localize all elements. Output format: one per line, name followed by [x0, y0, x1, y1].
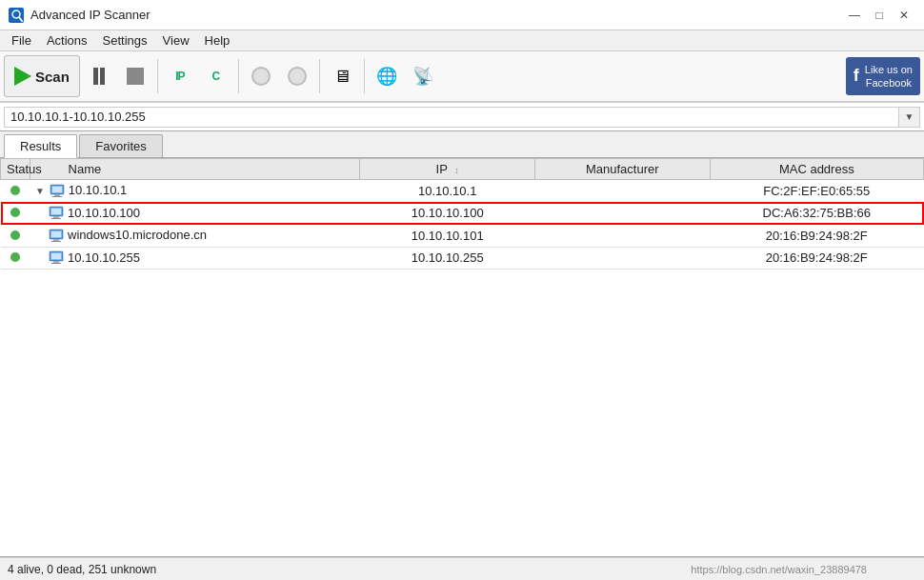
col-header-mac[interactable]: MAC address	[710, 159, 923, 180]
svg-rect-12	[51, 209, 61, 214]
ip-dropdown-button[interactable]: ▼	[899, 107, 920, 128]
svg-rect-20	[51, 263, 61, 264]
monitor-icon: 🖥	[333, 67, 351, 87]
close-button[interactable]: ✕	[892, 3, 916, 28]
toolbar-separator-3	[319, 59, 320, 93]
facebook-button[interactable]: f Like us on Facebook	[846, 57, 920, 95]
toolbar-separator-4	[364, 59, 365, 93]
cell-manufacturer	[534, 225, 710, 248]
table-header-row: Status Name IP ↕ Manufacturer MAC addres…	[1, 159, 924, 180]
cell-mac: 20:16:B9:24:98:2F	[710, 247, 923, 270]
stop-icon	[127, 68, 144, 85]
results-table: Status Name IP ↕ Manufacturer MAC addres…	[0, 158, 924, 270]
play-icon	[14, 67, 31, 86]
facebook-icon: f	[854, 65, 859, 87]
minimize-button[interactable]: —	[842, 3, 867, 28]
network2-icon: 📡	[412, 66, 433, 87]
menu-help[interactable]: Help	[197, 31, 238, 50]
facebook-label: Like us on Facebook	[865, 63, 913, 90]
expand-arrow[interactable]: ▼	[35, 186, 48, 196]
c-btn[interactable]: C	[199, 57, 233, 95]
svg-rect-10	[51, 218, 61, 219]
svg-rect-22	[51, 253, 61, 259]
results-table-container: Status Name IP ↕ Manufacturer MAC addres…	[0, 158, 924, 557]
stop-button[interactable]	[118, 57, 152, 95]
scan-label: Scan	[35, 69, 70, 85]
cell-status	[1, 225, 30, 248]
network-icon: 🌐	[376, 66, 397, 87]
table-body: ▼ 10.10.10.110.10.10.1FC:2F:EF:E0:65:55 …	[1, 180, 924, 270]
svg-rect-9	[53, 216, 59, 218]
pause-button[interactable]	[82, 57, 116, 95]
maximize-button[interactable]: □	[867, 3, 892, 28]
col-header-ip[interactable]: IP ↕	[360, 159, 535, 180]
table-row[interactable]: ▼ 10.10.10.110.10.10.1FC:2F:EF:E0:65:55	[1, 180, 924, 203]
status-dot	[10, 208, 20, 217]
ip-range-bar: 10.10.10.1-10.10.10.255 ▼	[0, 103, 924, 131]
svg-rect-17	[51, 231, 61, 237]
computer-icon	[50, 184, 65, 199]
circle-btn-1[interactable]	[244, 57, 278, 95]
circle-icon-2	[288, 67, 307, 86]
ip-range-input[interactable]: 10.10.10.1-10.10.10.255	[4, 107, 899, 128]
menu-settings[interactable]: Settings	[95, 31, 155, 50]
pause-icon	[93, 68, 105, 85]
status-text: 4 alive, 0 dead, 251 unknown	[8, 563, 156, 576]
cell-ip: 10.10.10.100	[360, 202, 535, 225]
menu-bar: File Actions Settings View Help	[0, 30, 924, 51]
status-dot	[10, 230, 20, 240]
network-btn-2[interactable]: 📡	[406, 57, 440, 95]
table-row[interactable]: windows10.microdone.cn10.10.10.10120:16:…	[1, 225, 924, 248]
cell-name: ▼ 10.10.10.1	[30, 180, 360, 203]
ip-btn[interactable]: IP	[163, 57, 197, 95]
sort-icon: ↕	[454, 166, 459, 175]
status-bar: 4 alive, 0 dead, 251 unknown https://blo…	[0, 557, 924, 580]
name-text: 10.10.10.100	[68, 206, 140, 220]
cell-manufacturer	[534, 180, 710, 203]
cell-ip: 10.10.10.1	[360, 180, 535, 203]
status-dot	[10, 186, 20, 195]
title-bar: Advanced IP Scanner — □ ✕	[0, 0, 924, 30]
table-row[interactable]: 10.10.10.25510.10.10.25520:16:B9:24:98:2…	[1, 247, 924, 270]
app-icon	[8, 7, 25, 24]
col-header-name[interactable]: Name	[30, 159, 360, 180]
monitor-btn[interactable]: 🖥	[325, 57, 359, 95]
ip-icon: IP	[175, 70, 184, 83]
cell-status	[1, 202, 30, 225]
toolbar-separator-2	[238, 59, 239, 93]
menu-view[interactable]: View	[155, 31, 197, 50]
cell-status	[1, 247, 30, 270]
computer-icon	[49, 206, 64, 221]
toolbar: Scan IP C 🖥 🌐 📡 f Like us on Facebook	[0, 51, 924, 103]
name-text: 10.10.10.255	[68, 250, 140, 265]
svg-rect-7	[52, 187, 62, 192]
watermark-text: https://blog.csdn.net/waxin_23889478	[691, 564, 867, 575]
svg-rect-19	[53, 261, 59, 263]
col-header-status[interactable]: Status	[1, 159, 30, 180]
circle-btn-2[interactable]	[280, 57, 314, 95]
menu-file[interactable]: File	[4, 31, 39, 50]
name-text: 10.10.10.1	[69, 183, 127, 197]
cell-name: 10.10.10.100	[30, 202, 360, 225]
computer-icon	[49, 229, 64, 244]
tab-favorites[interactable]: Favorites	[79, 134, 162, 157]
c-icon: C	[212, 70, 221, 83]
table-row[interactable]: 10.10.10.10010.10.10.100DC:A6:32:75:BB:6…	[1, 202, 924, 225]
network-btn[interactable]: 🌐	[370, 57, 404, 95]
cell-manufacturer	[534, 202, 710, 225]
tab-results[interactable]: Results	[4, 134, 77, 158]
circle-icon-1	[251, 67, 271, 86]
toolbar-separator-1	[157, 59, 158, 93]
scan-button[interactable]: Scan	[4, 55, 80, 97]
window-title: Advanced IP Scanner	[30, 8, 842, 22]
cell-name: 10.10.10.255	[30, 247, 360, 270]
cell-status	[1, 180, 30, 203]
svg-rect-15	[51, 241, 61, 242]
cell-ip: 10.10.10.101	[360, 225, 535, 248]
col-header-manufacturer[interactable]: Manufacturer	[534, 159, 710, 180]
status-dot	[10, 252, 20, 262]
cell-ip: 10.10.10.255	[360, 247, 535, 270]
menu-actions[interactable]: Actions	[39, 31, 95, 50]
name-text: windows10.microdone.cn	[68, 228, 207, 242]
tabs-bar: Results Favorites	[0, 131, 924, 158]
